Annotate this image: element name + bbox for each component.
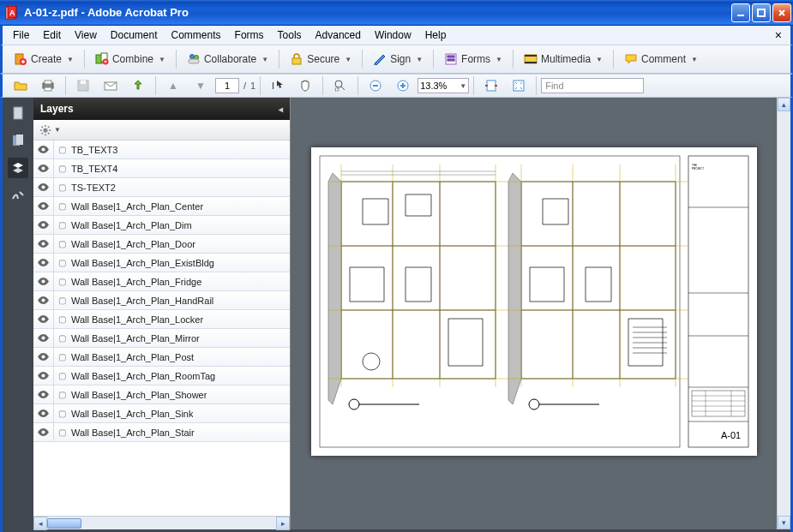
layer-row[interactable]: ▢Wall Base|1_Arch_Plan_ExistBldg [33,254,290,272]
layer-row[interactable]: ▢Wall Base|1_Arch_Plan_Locker [33,310,290,329]
save-button[interactable] [70,75,96,96]
close-button[interactable] [772,3,791,22]
page-number-input[interactable] [215,78,239,93]
layer-row[interactable]: ▢TB_TEXT4 [33,159,290,178]
eye-icon[interactable] [33,329,54,347]
eye-icon[interactable] [33,423,54,441]
separator [155,76,156,95]
nav-signatures-icon[interactable] [8,185,28,206]
layers-hscrollbar[interactable]: ◂ ▸ [33,516,290,529]
eye-icon[interactable] [33,310,54,328]
menu-advanced[interactable]: Advanced [309,27,368,43]
document-viewport[interactable]: THEPROJECT A-01 [291,98,790,529]
secure-button[interactable]: Secure▼ [284,49,357,69]
marquee-zoom-button[interactable] [327,75,353,96]
layer-row[interactable]: ▢Wall Base|1_Arch_Plan_Dim [33,216,290,235]
layer-name: Wall Base|1_Arch_Plan_Mirror [69,333,200,344]
eye-icon[interactable] [33,197,54,215]
open-button[interactable] [8,75,33,96]
menu-tools[interactable]: Tools [271,27,309,43]
upload-button[interactable] [125,75,151,96]
layer-row[interactable]: ▢Wall Base|1_Arch_Plan_Mirror [33,329,290,348]
svg-point-73 [529,399,539,409]
layer-row[interactable]: ▢Wall Base|1_Arch_Plan_RoomTag [33,367,290,386]
scroll-track[interactable] [778,111,790,516]
svg-rect-4 [758,9,765,16]
zoom-select[interactable]: 13.3%▼ [418,78,469,93]
select-tool-button[interactable]: I [265,75,291,96]
layer-name: TB_TEXT3 [69,145,117,155]
print-button[interactable] [35,75,61,96]
layer-swatch-icon: ▢ [54,390,69,399]
maximize-button[interactable] [752,3,771,22]
eye-icon[interactable] [33,291,54,309]
eye-icon[interactable] [33,348,54,366]
menu-comments[interactable]: Comments [165,27,228,43]
svg-point-48 [42,356,45,359]
zoom-in-button[interactable] [390,75,416,96]
menu-view[interactable]: View [68,27,104,43]
scroll-right-icon[interactable]: ▸ [276,517,290,530]
vertical-scrollbar[interactable]: ▴ ▾ [777,98,790,529]
layer-row[interactable]: ▢Wall Base|1_Arch_Plan_Fridge [33,272,290,291]
menu-window[interactable]: Window [368,27,418,43]
menu-edit[interactable]: Edit [36,27,68,43]
nav-pages-icon[interactable] [8,103,28,123]
combine-button[interactable]: Combine▼ [89,49,171,69]
scroll-thumb[interactable] [47,518,81,529]
layer-row[interactable]: ▢Wall Base|1_Arch_Plan_Shower [33,386,290,404]
scroll-left-icon[interactable]: ◂ [33,517,47,530]
page-up-button[interactable]: ▲ [160,75,186,96]
eye-icon[interactable] [33,254,54,272]
eye-icon[interactable] [33,386,54,403]
collapse-panel-icon[interactable]: ◂ [279,105,283,114]
comment-button[interactable]: Comment▼ [618,49,704,69]
fit-page-button[interactable] [506,75,532,96]
eye-icon[interactable] [33,178,54,196]
menu-file[interactable]: File [6,27,36,43]
fit-page-icon [512,79,526,93]
layer-swatch-icon: ▢ [54,220,69,230]
nav-bookmarks-icon[interactable] [8,130,28,151]
layer-row[interactable]: ▢Wall Base|1_Arch_Plan_Sink [33,404,290,423]
layer-row[interactable]: ▢Wall Base|1_Arch_Plan_Door [33,235,290,254]
create-button[interactable]: Create▼ [8,49,80,69]
sign-button[interactable]: Sign▼ [367,49,429,69]
hand-tool-button[interactable] [292,75,318,96]
eye-icon[interactable] [33,367,54,385]
layer-row[interactable]: ▢TB_TEXT3 [33,140,290,159]
arrow-up-icon: ▲ [166,79,180,93]
menu-forms[interactable]: Forms [228,27,271,43]
menu-help[interactable]: Help [418,27,454,43]
eye-icon[interactable] [33,216,54,234]
eye-icon[interactable] [33,272,54,290]
forms-button[interactable]: Forms▼ [438,49,508,69]
minimize-button[interactable] [731,3,750,22]
menu-document[interactable]: Document [104,27,165,43]
page-down-button[interactable]: ▼ [188,75,213,96]
layer-row[interactable]: ▢TS-TEXT2 [33,178,290,197]
find-input[interactable]: Find [541,78,644,93]
fit-width-button[interactable] [478,75,504,96]
layer-row[interactable]: ▢Wall Base|1_Arch_Plan_Post [33,348,290,367]
email-button[interactable] [98,75,123,96]
chevron-down-icon: ▼ [596,56,603,63]
gear-icon[interactable] [39,123,52,137]
eye-icon[interactable] [33,140,54,158]
layer-row[interactable]: ▢Wall Base|1_Arch_Plan_Center [33,197,290,216]
scroll-up-icon[interactable]: ▴ [778,98,790,111]
layer-name: Wall Base|1_Arch_Plan_RoomTag [69,371,215,381]
zoom-out-button[interactable] [363,75,388,96]
scroll-down-icon[interactable]: ▾ [778,516,790,529]
layers-list[interactable]: ▢TB_TEXT3▢TB_TEXT4▢TS-TEXT2▢Wall Base|1_… [33,140,290,516]
collaborate-button[interactable]: Collaborate▼ [181,49,274,69]
multimedia-button[interactable]: Multimedia▼ [518,49,609,69]
layer-row[interactable]: ▢Wall Base|1_Arch_Plan_HandRail [33,291,290,310]
eye-icon[interactable] [33,159,54,177]
layer-row[interactable]: ▢Wall Base|1_Arch_Plan_Stair [33,423,290,442]
eye-icon[interactable] [33,404,54,422]
eye-icon[interactable] [33,235,54,253]
nav-layers-icon[interactable] [8,158,28,178]
mdi-close-icon[interactable]: × [770,28,787,42]
chevron-down-icon: ▼ [691,56,698,63]
